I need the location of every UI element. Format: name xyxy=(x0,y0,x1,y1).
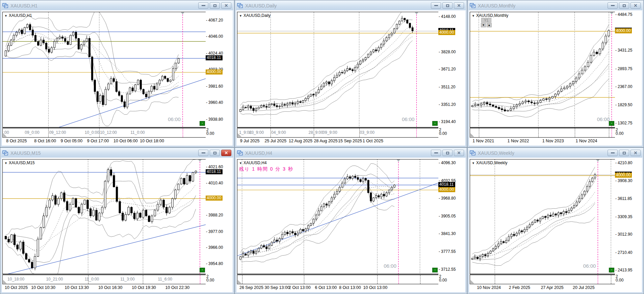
next-session-time-label: 06:00 xyxy=(378,263,396,269)
chart-plot[interactable]: ▼XAUUSD,H4残り 1 時間 0 分 3 秒06:00- xyxy=(237,159,439,274)
subpane-gridline xyxy=(48,128,49,137)
chart-client-area: ▼XAUUSD,H4残り 1 時間 0 分 3 秒06:00-26 Sep 20… xyxy=(236,158,465,292)
window-titlebar[interactable]: XAUUSD,Weekly✕ xyxy=(468,148,643,157)
price-axis[interactable]: 4148.003828.003671.203511.203351.203194.… xyxy=(438,12,465,144)
session-label: 10_12:00 xyxy=(100,130,117,135)
minimize-icon xyxy=(434,152,438,153)
restore-button[interactable] xyxy=(442,150,453,156)
next-session-time-label: 06:00 xyxy=(591,116,610,122)
candle-countdown-text: 残り 1 時間 0 分 3 秒 xyxy=(239,166,293,172)
price-axis[interactable]: 4067.204046.004024.404003.203981.603960.… xyxy=(206,12,232,144)
price-tick-label: 4021.60 xyxy=(206,165,223,169)
minimize-button[interactable] xyxy=(198,2,208,9)
time-axis-label: 1 Nov 2021 xyxy=(472,139,494,143)
minimize-button[interactable] xyxy=(431,2,441,9)
close-button[interactable]: ✕ xyxy=(454,150,464,156)
session-label: 04_9:00 xyxy=(271,130,286,135)
chart-plot[interactable]: ▼XAUUSD,Weekly06:00- xyxy=(470,159,616,274)
arrow-down-button[interactable]: ▼ xyxy=(481,23,486,27)
time-axis-label: 8 Oct 13:00 xyxy=(339,285,361,290)
collapse-triangle-icon[interactable]: ▼ xyxy=(472,161,475,165)
time-axis: 10 Oct 202510 Oct 10:3010 Oct 13:3010 Oc… xyxy=(2,285,206,291)
collapse-triangle-icon[interactable]: ▼ xyxy=(472,14,475,18)
chart-plot[interactable]: ▼XAUUSD,MonthlyY1▼▲06:00- xyxy=(470,12,616,128)
collapse-triangle-icon[interactable]: ▼ xyxy=(4,14,7,18)
symbol-label-text: XAUUSD,H4 xyxy=(243,160,267,165)
collapse-triangle-icon[interactable]: ▼ xyxy=(239,161,242,165)
trade-status-badge: - xyxy=(609,121,614,126)
chart-plot[interactable]: ▼XAUUSD,M15- xyxy=(2,159,206,274)
restore-icon xyxy=(623,152,626,154)
close-button[interactable]: ✕ xyxy=(630,2,641,9)
close-button[interactable]: ✕ xyxy=(221,2,231,9)
close-button[interactable]: ✕ xyxy=(630,150,641,156)
indicator-subpane[interactable] xyxy=(470,128,616,138)
close-button[interactable]: ✕ xyxy=(454,2,464,9)
restore-button[interactable] xyxy=(619,2,629,9)
scroll-corner-icon xyxy=(470,133,474,137)
price-tick-label: 3960.40 xyxy=(206,100,223,105)
indicator-subpane[interactable]: 1_9:0023_9:0004_9:0028_9:0009_9:0003_9:0… xyxy=(237,128,439,138)
time-axis-label: 9 Oct 05:00 xyxy=(61,139,83,143)
price-tick-label: 3671.20 xyxy=(439,67,456,71)
candlestick-chart xyxy=(470,12,615,127)
minimize-button[interactable] xyxy=(431,150,441,156)
time-axis-label: 10 Nov 2024 xyxy=(477,285,501,290)
window-title: XAUUSD,Monthly xyxy=(478,3,608,8)
indicator-subpane[interactable]: 10_18:0010_21:0011_0:0011_3:0011_6:00 xyxy=(2,275,206,284)
subpane-time-marker-line xyxy=(598,275,598,284)
window-titlebar[interactable]: XAUUSD,H1✕ xyxy=(1,1,233,10)
restore-button[interactable] xyxy=(442,2,453,9)
next-session-time-label: 06:00 xyxy=(395,116,414,122)
time-axis-label: 6 Oct 13:00 xyxy=(315,285,337,290)
price-tick-label: 3981.60 xyxy=(206,84,223,89)
chart-window: XAUUSD,Monthly✕▼XAUUSD,MonthlyY1▼▲06:00-… xyxy=(467,0,644,147)
subpane-gridline xyxy=(242,275,242,284)
arrow-up-button[interactable]: ▲ xyxy=(487,23,492,27)
chart-plot[interactable]: ▼XAUUSD,H106:00- xyxy=(2,12,206,128)
window-controls: ✕ xyxy=(431,2,464,9)
price-tick-label: 3431.25 xyxy=(615,48,632,53)
price-tick-label: 3309.35 xyxy=(615,214,632,219)
price-axis[interactable]: 4484.753431.252893.752367.001829.501302.… xyxy=(615,12,641,144)
chart-icon xyxy=(470,150,475,155)
chart-icon xyxy=(470,3,475,8)
y1-script-control[interactable]: Y1▼▲ xyxy=(481,18,492,27)
minimize-button[interactable] xyxy=(608,2,618,9)
window-title: XAUUSD,Daily xyxy=(245,3,431,8)
window-titlebar[interactable]: XAUUSD,H4✕ xyxy=(236,148,466,157)
candlestick-chart xyxy=(237,12,439,127)
chart-window: XAUUSD,M15✕▼XAUUSD,M15-10_18:0010_21:001… xyxy=(0,147,234,294)
price-tick-label: 4067.20 xyxy=(206,18,223,23)
minimize-button[interactable] xyxy=(608,150,618,156)
chart-plot[interactable]: ▼XAUUSD,Daily06:00- xyxy=(237,12,439,128)
time-axis-label: 8 Oct 2025 xyxy=(6,139,27,143)
indicator-subpane[interactable] xyxy=(237,275,439,284)
subpane-gridline xyxy=(359,128,360,137)
level-price-badge: 4000.00 xyxy=(615,28,632,33)
minimize-button[interactable] xyxy=(198,150,208,156)
close-button[interactable]: ✕ xyxy=(221,150,231,156)
session-label: 10_21:00 xyxy=(46,277,63,282)
indicator-subpane[interactable]: :0009_0:0009_12:0010_0:0010_12:0011_0:00 xyxy=(2,128,206,138)
subpane-gridline xyxy=(304,275,304,284)
time-axis-label: 1 Nov 2024 xyxy=(576,139,597,143)
session-label: 11_6:00 xyxy=(158,277,173,282)
collapse-triangle-icon[interactable]: ▼ xyxy=(239,14,242,18)
restore-icon xyxy=(213,4,216,7)
collapse-triangle-icon[interactable]: ▼ xyxy=(4,161,7,165)
price-axis[interactable]: 4021.604010.403988.203977.003966.003954.… xyxy=(206,159,232,291)
window-titlebar[interactable]: XAUUSD,Daily✕ xyxy=(236,1,466,10)
indicator-subpane[interactable] xyxy=(470,275,616,284)
symbol-label-text: XAUUSD,Monthly xyxy=(476,13,508,18)
price-axis[interactable]: 4096.304032.553968.803905.053841.303777.… xyxy=(438,159,465,291)
restore-icon xyxy=(623,4,626,7)
window-titlebar[interactable]: XAUUSD,M15✕ xyxy=(1,148,233,157)
y1-button[interactable]: Y1 xyxy=(481,18,491,23)
restore-button[interactable] xyxy=(210,2,220,9)
window-titlebar[interactable]: XAUUSD,Monthly✕ xyxy=(468,1,643,10)
price-axis[interactable]: 4210.803908.303611.853309.353012.902710.… xyxy=(615,159,641,291)
restore-button[interactable] xyxy=(210,150,220,156)
minimize-icon xyxy=(434,5,438,6)
restore-button[interactable] xyxy=(619,150,629,156)
